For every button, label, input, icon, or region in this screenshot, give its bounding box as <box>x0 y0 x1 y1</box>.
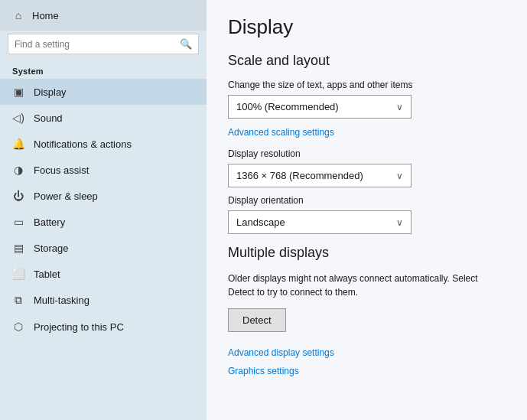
search-icon: 🔍 <box>180 38 192 50</box>
resolution-dropdown[interactable]: 1366 × 768 (Recommended) ∨ <box>228 164 412 187</box>
search-box[interactable]: 🔍 <box>8 34 199 54</box>
sidebar-label-storage: Storage <box>34 243 69 254</box>
display-icon: ▣ <box>12 86 24 98</box>
scale-chevron-icon: ∨ <box>396 102 403 112</box>
resolution-label: Display resolution <box>228 148 506 159</box>
projecting-icon: ⬡ <box>12 321 24 333</box>
power-icon: ⏻ <box>12 190 24 202</box>
scale-dropdown[interactable]: 100% (Recommended) ∨ <box>228 95 412 119</box>
sidebar-item-storage[interactable]: ▤ Storage <box>0 235 207 261</box>
notifications-icon: 🔔 <box>12 138 24 150</box>
sidebar-label-multitasking: Multi-tasking <box>34 295 89 306</box>
resolution-value: 1366 × 768 (Recommended) <box>236 170 363 181</box>
sidebar: ⌂ Home 🔍 System ▣ Display ◁) Sound 🔔 Not… <box>0 0 207 420</box>
sidebar-item-notifications[interactable]: 🔔 Notifications & actions <box>0 131 207 157</box>
sidebar-label-tablet: Tablet <box>34 269 60 280</box>
sidebar-section-label: System <box>0 60 207 79</box>
sidebar-label-focus: Focus assist <box>34 164 89 176</box>
detect-button[interactable]: Detect <box>228 308 286 332</box>
home-icon: ⌂ <box>12 9 24 21</box>
sidebar-label-sound: Sound <box>34 112 63 124</box>
multitasking-icon: ⧉ <box>12 294 24 307</box>
sidebar-item-focus[interactable]: ◑ Focus assist <box>0 157 207 183</box>
sound-icon: ◁) <box>12 112 24 124</box>
focus-icon: ◑ <box>12 164 24 176</box>
storage-icon: ▤ <box>12 242 24 254</box>
advanced-display-settings-link[interactable]: Advanced display settings <box>228 347 506 358</box>
sidebar-item-tablet[interactable]: ⬜ Tablet <box>0 261 207 287</box>
sidebar-label-display: Display <box>34 86 67 98</box>
sidebar-label-power: Power & sleep <box>34 190 98 202</box>
search-input[interactable] <box>15 39 175 50</box>
bottom-links: Advanced display settings Graphics setti… <box>228 347 506 376</box>
battery-icon: ▭ <box>12 216 24 228</box>
sidebar-item-display[interactable]: ▣ Display <box>0 79 207 105</box>
sidebar-item-multitasking[interactable]: ⧉ Multi-tasking <box>0 287 207 314</box>
sidebar-item-battery[interactable]: ▭ Battery <box>0 209 207 235</box>
sidebar-home-item[interactable]: ⌂ Home <box>0 0 207 31</box>
sidebar-item-projecting[interactable]: ⬡ Projecting to this PC <box>0 314 207 340</box>
orientation-chevron-icon: ∨ <box>396 217 403 228</box>
tablet-icon: ⬜ <box>12 268 24 280</box>
multiple-displays-description: Older displays might not always connect … <box>228 272 503 299</box>
page-title: Display <box>228 15 506 39</box>
advanced-scaling-link[interactable]: Advanced scaling settings <box>228 127 334 138</box>
multiple-displays-title: Multiple displays <box>228 245 506 261</box>
sidebar-label-notifications: Notifications & actions <box>34 138 132 150</box>
orientation-dropdown[interactable]: Landscape ∨ <box>228 210 412 234</box>
main-content: Display Scale and layout Change the size… <box>207 0 527 420</box>
size-label: Change the size of text, apps and other … <box>228 80 506 90</box>
orientation-label: Display orientation <box>228 195 506 206</box>
sidebar-label-projecting: Projecting to this PC <box>34 321 124 333</box>
scale-value: 100% (Recommended) <box>236 101 339 112</box>
graphics-settings-link[interactable]: Graphics settings <box>228 366 506 376</box>
sidebar-home-label: Home <box>32 10 59 21</box>
sidebar-item-power[interactable]: ⏻ Power & sleep <box>0 183 207 209</box>
sidebar-item-sound[interactable]: ◁) Sound <box>0 105 207 131</box>
sidebar-label-battery: Battery <box>34 217 65 228</box>
resolution-chevron-icon: ∨ <box>396 171 403 181</box>
orientation-value: Landscape <box>236 217 285 228</box>
scale-section-title: Scale and layout <box>228 53 506 69</box>
